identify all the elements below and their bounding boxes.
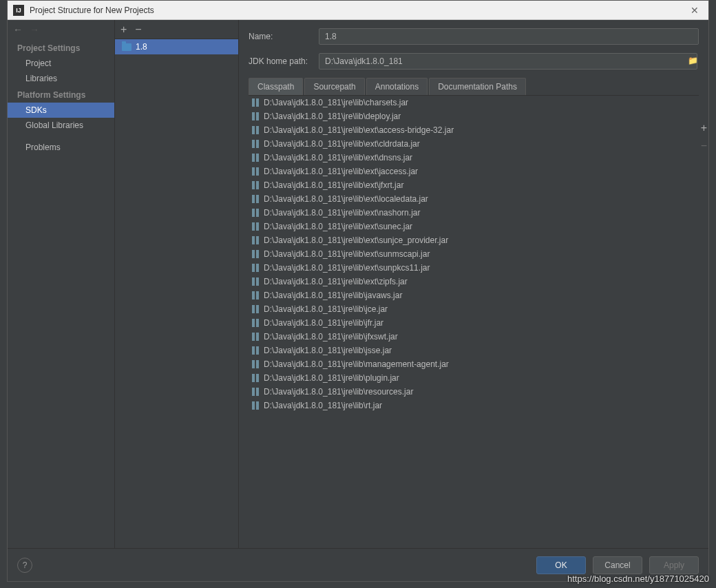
nav-arrows: ← →: [8, 20, 114, 39]
jar-icon: [251, 125, 260, 135]
jar-icon: [251, 373, 260, 383]
classpath-entry[interactable]: D:\Java\jdk1.8.0_181\jre\lib\ext\sunjce_…: [249, 233, 699, 247]
home-path-row: JDK home path: D:\Java\jdk1.8.0_181 📁: [249, 53, 699, 70]
home-path-input[interactable]: D:\Java\jdk1.8.0_181: [319, 53, 697, 70]
classpath-entry[interactable]: D:\Java\jdk1.8.0_181\jre\lib\jfr.jar: [249, 316, 699, 330]
jar-icon: [251, 208, 260, 218]
classpath-entry[interactable]: D:\Java\jdk1.8.0_181\jre\lib\management-…: [249, 357, 699, 371]
ok-button[interactable]: OK: [536, 556, 586, 574]
remove-classpath-icon[interactable]: −: [701, 140, 707, 152]
svg-rect-4: [252, 126, 255, 134]
jar-icon: [251, 346, 260, 355]
classpath-entry-path: D:\Java\jdk1.8.0_181\jre\lib\charsets.ja…: [264, 96, 408, 109]
classpath-entry[interactable]: D:\Java\jdk1.8.0_181\jre\lib\ext\dnsns.j…: [249, 151, 699, 165]
tab-documentation-paths[interactable]: Documentation Paths: [429, 78, 526, 95]
svg-rect-34: [252, 333, 255, 341]
jar-icon: [251, 180, 260, 190]
classpath-entry[interactable]: D:\Java\jdk1.8.0_181\jre\lib\ext\cldrdat…: [249, 137, 699, 151]
svg-rect-19: [256, 222, 259, 231]
classpath-entry[interactable]: D:\Java\jdk1.8.0_181\jre\lib\rt.jar: [249, 399, 699, 412]
svg-rect-41: [256, 374, 259, 382]
project-structure-dialog: IJ Project Structure for New Projects ✕ …: [7, 0, 709, 582]
classpath-entry[interactable]: D:\Java\jdk1.8.0_181\jre\lib\ext\sunec.j…: [249, 220, 699, 233]
cancel-button[interactable]: Cancel: [593, 556, 642, 574]
svg-rect-22: [252, 250, 255, 258]
classpath-entry[interactable]: D:\Java\jdk1.8.0_181\jre\lib\ext\jfxrt.j…: [249, 178, 699, 192]
classpath-entry-path: D:\Java\jdk1.8.0_181\jre\lib\ext\jfxrt.j…: [264, 179, 403, 191]
browse-folder-icon[interactable]: 📁: [688, 56, 699, 67]
classpath-entry[interactable]: D:\Java\jdk1.8.0_181\jre\lib\jce.jar: [249, 302, 699, 316]
jar-icon: [251, 263, 260, 273]
svg-rect-17: [256, 209, 259, 217]
classpath-entry-path: D:\Java\jdk1.8.0_181\jre\lib\ext\sunmsca…: [264, 248, 430, 260]
classpath-entry-path: D:\Java\jdk1.8.0_181\jre\lib\ext\sunpkcs…: [264, 262, 430, 274]
back-arrow-icon[interactable]: ←: [13, 24, 23, 35]
jar-icon: [251, 112, 260, 121]
name-input[interactable]: 1.8: [319, 28, 699, 45]
svg-rect-7: [256, 140, 259, 148]
remove-sdk-icon[interactable]: −: [135, 23, 141, 36]
classpath-entry[interactable]: D:\Java\jdk1.8.0_181\jre\lib\plugin.jar: [249, 371, 699, 385]
nav-item-project[interactable]: Project: [8, 56, 114, 71]
classpath-entry-path: D:\Java\jdk1.8.0_181\jre\lib\ext\dnsns.j…: [264, 151, 412, 164]
svg-rect-3: [256, 112, 259, 120]
classpath-entry[interactable]: D:\Java\jdk1.8.0_181\jre\lib\jsse.jar: [249, 344, 699, 357]
classpath-entry[interactable]: D:\Java\jdk1.8.0_181\jre\lib\ext\jaccess…: [249, 165, 699, 178]
classpath-entry[interactable]: D:\Java\jdk1.8.0_181\jre\lib\ext\sunmsca…: [249, 247, 699, 261]
svg-rect-25: [256, 264, 259, 272]
classpath-entry[interactable]: D:\Java\jdk1.8.0_181\jre\lib\javaws.jar: [249, 288, 699, 302]
svg-rect-18: [252, 222, 255, 231]
classpath-entry-path: D:\Java\jdk1.8.0_181\jre\lib\jfr.jar: [264, 317, 383, 329]
classpath-entry[interactable]: D:\Java\jdk1.8.0_181\jre\lib\ext\sunpkcs…: [249, 261, 699, 275]
classpath-entry-path: D:\Java\jdk1.8.0_181\jre\lib\ext\localed…: [264, 193, 428, 205]
add-classpath-icon[interactable]: +: [701, 122, 707, 134]
nav-item-sdks[interactable]: SDKs: [8, 103, 114, 118]
tab-sourcepath[interactable]: Sourcepath: [304, 78, 364, 95]
classpath-entry[interactable]: D:\Java\jdk1.8.0_181\jre\lib\resources.j…: [249, 385, 699, 399]
forward-arrow-icon[interactable]: →: [30, 24, 39, 35]
add-sdk-icon[interactable]: +: [120, 23, 127, 36]
classpath-side-buttons: + −: [701, 122, 707, 152]
classpath-entry-path: D:\Java\jdk1.8.0_181\jre\lib\resources.j…: [264, 386, 413, 398]
svg-rect-28: [252, 291, 255, 300]
home-path-label: JDK home path:: [249, 56, 312, 66]
svg-rect-40: [252, 374, 255, 382]
classpath-list[interactable]: D:\Java\jdk1.8.0_181\jre\lib\charsets.ja…: [249, 96, 699, 548]
left-nav-panel: ← → Project Settings Project Libraries P…: [8, 20, 115, 548]
classpath-entry[interactable]: D:\Java\jdk1.8.0_181\jre\lib\ext\nashorn…: [249, 206, 699, 220]
tab-classpath[interactable]: Classpath: [249, 78, 303, 95]
tab-annotations[interactable]: Annotations: [366, 78, 428, 95]
classpath-entry[interactable]: D:\Java\jdk1.8.0_181\jre\lib\ext\localed…: [249, 192, 699, 206]
close-icon[interactable]: ✕: [686, 5, 703, 16]
svg-rect-16: [252, 209, 255, 217]
svg-rect-13: [256, 181, 259, 189]
nav-item-libraries[interactable]: Libraries: [8, 71, 114, 86]
classpath-entry-path: D:\Java\jdk1.8.0_181\jre\lib\jsse.jar: [264, 344, 392, 357]
jar-icon: [251, 401, 260, 410]
classpath-entry[interactable]: D:\Java\jdk1.8.0_181\jre\lib\jfxswt.jar: [249, 330, 699, 344]
nav-item-problems[interactable]: Problems: [8, 140, 114, 155]
help-button[interactable]: ?: [17, 558, 32, 573]
apply-button[interactable]: Apply: [649, 556, 699, 574]
classpath-tabs: Classpath Sourcepath Annotations Documen…: [249, 78, 699, 96]
svg-rect-43: [256, 388, 259, 396]
classpath-entry[interactable]: D:\Java\jdk1.8.0_181\jre\lib\charsets.ja…: [249, 96, 699, 109]
svg-rect-33: [256, 319, 259, 327]
svg-rect-30: [252, 305, 255, 313]
sdk-detail-panel: Name: 1.8 JDK home path: D:\Java\jdk1.8.…: [239, 20, 708, 548]
classpath-entry[interactable]: D:\Java\jdk1.8.0_181\jre\lib\ext\zipfs.j…: [249, 275, 699, 288]
jar-icon: [251, 332, 260, 342]
classpath-entry[interactable]: D:\Java\jdk1.8.0_181\jre\lib\ext\access-…: [249, 123, 699, 137]
svg-rect-2: [252, 112, 255, 120]
svg-rect-44: [252, 401, 255, 410]
svg-rect-9: [256, 154, 259, 162]
section-project-settings: Project Settings: [8, 39, 114, 56]
titlebar: IJ Project Structure for New Projects ✕: [8, 1, 708, 20]
nav-item-global-libraries[interactable]: Global Libraries: [8, 118, 114, 133]
classpath-entry[interactable]: D:\Java\jdk1.8.0_181\jre\lib\deploy.jar: [249, 109, 699, 123]
sdk-list-item[interactable]: 1.8: [115, 39, 238, 54]
jar-icon: [251, 304, 260, 314]
sdk-toolbar: + −: [115, 20, 238, 39]
svg-rect-21: [256, 236, 259, 244]
dialog-body: ← → Project Settings Project Libraries P…: [8, 20, 708, 548]
